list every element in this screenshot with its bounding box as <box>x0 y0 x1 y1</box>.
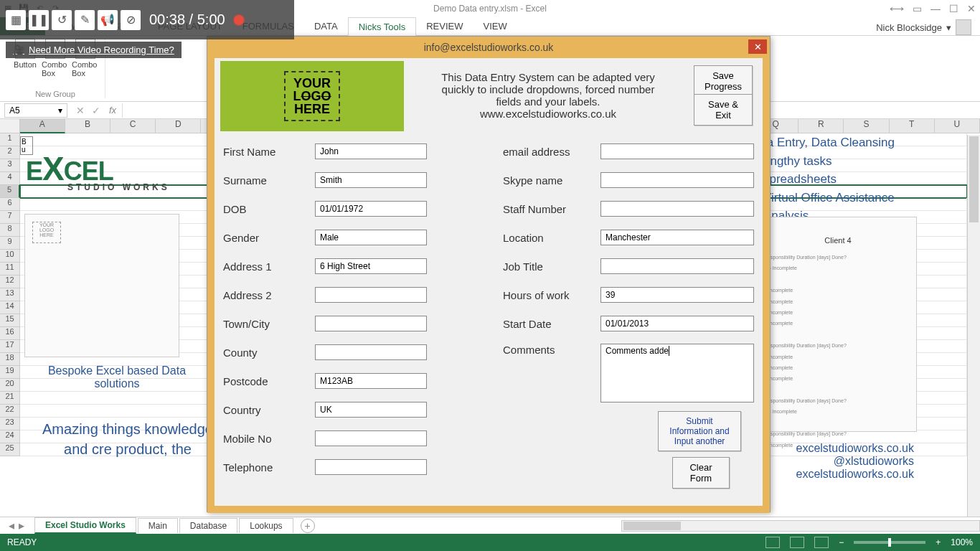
recorder-pause-icon[interactable]: ❚❚ <box>29 10 49 30</box>
column-header[interactable]: T <box>890 119 935 133</box>
userform-titlebar[interactable]: info@excelstudioworks.co.uk ✕ <box>207 37 770 58</box>
tab-nicks-tools[interactable]: Nicks Tools <box>348 17 417 36</box>
row-header[interactable]: 13 <box>0 288 20 301</box>
name-box[interactable]: A5▾ <box>4 103 67 118</box>
minimize-icon[interactable]: — <box>930 3 941 14</box>
row-header[interactable]: 14 <box>0 301 20 314</box>
row-header[interactable]: 23 <box>0 418 20 430</box>
input-comments[interactable]: Comments adde <box>600 344 754 402</box>
page-break-view-icon[interactable] <box>814 537 829 548</box>
input-dob[interactable]: 01/01/1972 <box>315 201 427 217</box>
recorder-upsell-link[interactable]: 🎥 Need More Video Recording Time? <box>6 42 182 58</box>
column-header[interactable]: C <box>110 119 156 133</box>
recorder-cancel-icon[interactable]: ⊘ <box>121 10 141 30</box>
zoom-out-icon[interactable]: − <box>839 537 844 547</box>
label-postcode: Postcode <box>223 375 315 387</box>
row-header[interactable]: 7 <box>0 211 20 224</box>
input-hours[interactable]: 39 <box>600 287 754 303</box>
row-header[interactable]: 21 <box>0 392 20 405</box>
input-town[interactable] <box>315 316 427 331</box>
ribbon-options-icon[interactable]: ⟷ <box>890 3 904 14</box>
input-skype[interactable] <box>600 172 754 188</box>
recorder-draw-icon[interactable]: ✎ <box>75 10 95 30</box>
tab-review[interactable]: REVIEW <box>416 17 473 35</box>
input-jobtitle[interactable] <box>600 258 754 274</box>
horizontal-scrollbar[interactable] <box>621 520 980 532</box>
row-header[interactable]: 3 <box>0 159 20 172</box>
ribbon-display-icon[interactable]: ▭ <box>913 3 922 14</box>
sheet-tab-excel-studio-works[interactable]: Excel Studio Works <box>34 517 136 534</box>
input-mobile[interactable] <box>315 430 427 446</box>
add-sheet-button[interactable]: + <box>301 519 315 533</box>
sheet-nav-next-icon[interactable]: ▸ <box>19 519 24 532</box>
vertical-scrollbar[interactable] <box>967 135 980 517</box>
promo-text: This Data Entry System can be adapted ve… <box>430 71 666 120</box>
input-location[interactable]: Manchester <box>600 230 754 245</box>
row-header[interactable]: 12 <box>0 276 20 288</box>
row-header[interactable]: 9 <box>0 237 20 250</box>
zoom-slider[interactable] <box>854 541 925 544</box>
row-header[interactable]: 8 <box>0 224 20 237</box>
sheet-nav-prev-icon[interactable]: ◂ <box>9 519 14 532</box>
row-header[interactable]: 15 <box>0 314 20 327</box>
tab-view[interactable]: VIEW <box>473 17 517 35</box>
zoom-level[interactable]: 100% <box>951 537 973 547</box>
save-exit-button[interactable]: Save & Exit <box>694 94 753 126</box>
maximize-icon[interactable]: ☐ <box>949 3 958 14</box>
recorder-app-icon[interactable]: ▦ <box>6 10 26 30</box>
recorder-mic-icon[interactable]: 📢 <box>98 10 118 30</box>
column-header[interactable]: D <box>156 119 201 133</box>
input-telephone[interactable] <box>315 459 427 475</box>
row-header[interactable]: 1 <box>0 133 20 146</box>
input-staff[interactable] <box>600 201 754 217</box>
sheet-tab-database[interactable]: Database <box>179 518 237 533</box>
user-account[interactable]: Nick Blocksidge ▾ <box>876 19 971 35</box>
input-email[interactable] <box>600 143 754 159</box>
input-startdate[interactable]: 01/01/2013 <box>600 316 754 331</box>
close-icon[interactable]: ✕ <box>967 3 976 14</box>
row-header[interactable]: 5 <box>0 185 20 198</box>
input-surname[interactable]: Smith <box>315 172 427 188</box>
column-header[interactable]: R <box>798 119 844 133</box>
close-button[interactable]: ✕ <box>748 39 767 54</box>
recorder-stop-icon[interactable]: ↺ <box>52 10 72 30</box>
row-header[interactable]: 11 <box>0 263 20 276</box>
row-header[interactable]: 17 <box>0 340 20 353</box>
row-header[interactable]: 10 <box>0 250 20 263</box>
row-header[interactable]: 2 <box>0 146 20 159</box>
label-address2: Address 2 <box>223 289 315 301</box>
column-header[interactable]: A <box>20 119 65 133</box>
row-header[interactable]: 18 <box>0 353 20 366</box>
column-header[interactable]: S <box>844 119 889 133</box>
label-location: Location <box>503 232 600 244</box>
row-header[interactable]: 19 <box>0 366 20 379</box>
input-gender[interactable]: Male <box>315 230 427 245</box>
normal-view-icon[interactable] <box>765 537 780 548</box>
cancel-formula-icon[interactable]: ✕ <box>76 105 85 116</box>
enter-formula-icon[interactable]: ✓ <box>92 105 100 116</box>
row-header[interactable]: 4 <box>0 172 20 185</box>
tab-data[interactable]: DATA <box>304 17 348 35</box>
select-all-corner[interactable] <box>0 119 20 133</box>
fx-icon[interactable]: fx <box>109 105 116 116</box>
sheet-tab-main[interactable]: Main <box>138 518 178 533</box>
row-header[interactable]: 24 <box>0 430 20 443</box>
row-header[interactable]: 20 <box>0 379 20 392</box>
row-header[interactable]: 16 <box>0 327 20 340</box>
page-layout-view-icon[interactable] <box>790 537 804 548</box>
sheet-tab-lookups[interactable]: Lookups <box>239 518 293 533</box>
column-header[interactable]: U <box>935 119 980 133</box>
input-address1[interactable]: 6 High Street <box>315 258 427 274</box>
input-first-name[interactable]: John <box>315 143 427 159</box>
input-country[interactable]: UK <box>315 402 427 418</box>
input-address2[interactable] <box>315 287 427 303</box>
column-header[interactable]: B <box>65 119 110 133</box>
row-header[interactable]: 22 <box>0 405 20 418</box>
row-header[interactable]: 6 <box>0 198 20 211</box>
input-postcode[interactable]: M123AB <box>315 373 427 389</box>
save-progress-button[interactable]: Save Progress <box>694 65 753 97</box>
zoom-in-icon[interactable]: + <box>936 537 941 547</box>
row-header[interactable]: 25 <box>0 443 20 456</box>
label-gender: Gender <box>223 232 315 244</box>
input-county[interactable] <box>315 344 427 360</box>
